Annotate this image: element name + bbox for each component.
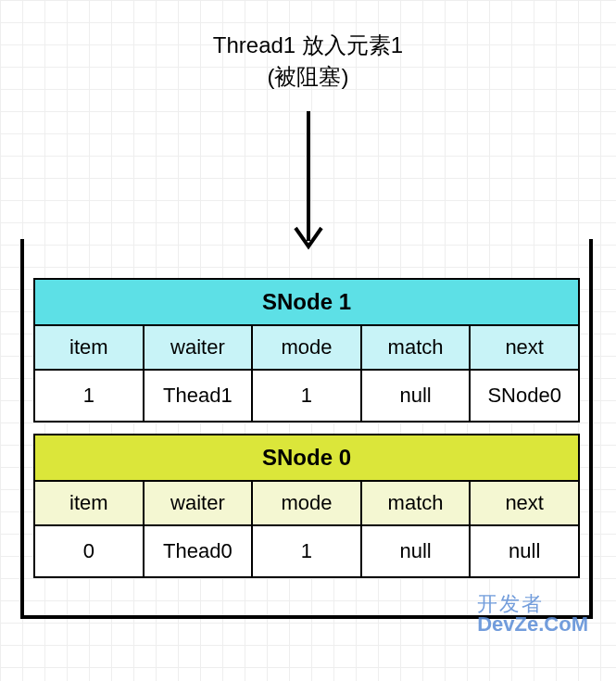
header-waiter: waiter — [145, 326, 254, 371]
header-mode: mode — [253, 326, 362, 371]
value-match: null — [362, 526, 471, 578]
header-waiter: waiter — [145, 482, 254, 526]
header-next: next — [471, 326, 580, 371]
watermark-line1: 开发者 — [477, 594, 588, 614]
arrow-down-icon — [290, 111, 327, 254]
watermark: 开发者 DevZe.CoM — [477, 594, 588, 635]
value-match: null — [362, 371, 471, 422]
header-next: next — [471, 482, 580, 526]
value-mode: 1 — [253, 526, 362, 578]
value-next: SNode0 — [471, 371, 580, 422]
value-next: null — [471, 526, 580, 578]
snode0: SNode 0 item waiter mode match next 0 Th… — [33, 434, 580, 578]
caption-line1: Thread1 放入元素1 — [0, 30, 616, 61]
snode1-title: SNode 1 — [33, 278, 580, 326]
value-item: 0 — [35, 526, 145, 578]
snode1: SNode 1 item waiter mode match next 1 Th… — [33, 278, 580, 422]
stack-container: SNode 1 item waiter mode match next 1 Th… — [20, 239, 593, 619]
caption-line2: (被阻塞) — [0, 61, 616, 93]
value-item: 1 — [35, 371, 145, 422]
snode0-values: 0 Thead0 1 null null — [33, 526, 580, 578]
value-waiter: Thead1 — [145, 371, 254, 422]
value-waiter: Thead0 — [145, 526, 254, 578]
header-match: match — [362, 326, 471, 371]
watermark-line2: DevZe.CoM — [477, 614, 588, 635]
header-mode: mode — [253, 482, 362, 526]
snode0-headers: item waiter mode match next — [33, 482, 580, 526]
header-item: item — [35, 482, 145, 526]
snode0-title: SNode 0 — [33, 434, 580, 482]
snode1-headers: item waiter mode match next — [33, 326, 580, 371]
header-item: item — [35, 326, 145, 371]
snode1-values: 1 Thead1 1 null SNode0 — [33, 371, 580, 422]
value-mode: 1 — [253, 371, 362, 422]
caption: Thread1 放入元素1 (被阻塞) — [0, 30, 616, 92]
header-match: match — [362, 482, 471, 526]
